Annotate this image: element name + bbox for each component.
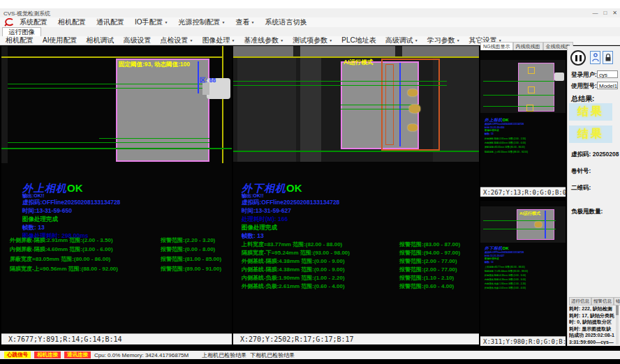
tab-alarm-info[interactable]: 报警信息 <box>591 297 614 305</box>
maximize-button[interactable]: □ <box>603 8 607 17</box>
yellow-reference-line-vertical <box>222 46 223 163</box>
alarm-range-text: 报警范围:(2.20 - 3.20) <box>161 236 215 244</box>
pixel-coordinate-text: X:267;Y:13;R:0;G:0;B:0 <box>483 189 566 196</box>
threshold-overlay-text: AI运行模式 <box>519 211 540 217</box>
green-measure-line <box>483 106 554 107</box>
ng-preview-bottom[interactable]: AI运行模式 外下相机OK 虚拟码:OFFline202502081331347… <box>480 201 566 336</box>
elapsed-text: 处理耗时(M): 166 <box>242 215 288 224</box>
tool-ai-usage-config[interactable]: AI使用配置 <box>43 36 77 45</box>
preview-top-coordinate-bar: X:267;Y:13;R:0;G:0;B:0 <box>480 187 566 197</box>
left-camera-view[interactable]: 固定阈值:93, 动态阈值:100 区: 88 外上相机OK 输出:OK!! 虚… <box>1 46 232 333</box>
tool-camera-debug[interactable]: 相机调试 <box>86 36 114 45</box>
pixel-coordinate-text: X:270;Y:2502;R:17;G:17;B:17 <box>240 335 354 343</box>
chevron-down-icon: ▼ <box>189 38 193 43</box>
preview-text-mini: 外下相机OK 虚拟码:OFFline20250208133134728 时间:1… <box>485 245 566 291</box>
minimize-button[interactable]: — <box>592 8 598 17</box>
tab-inner-defect[interactable]: 内残痕残图 <box>513 42 543 50</box>
lock-button[interactable] <box>603 51 613 64</box>
log-scrollbar[interactable] <box>616 305 619 344</box>
machine-top-rail <box>233 46 479 57</box>
time-text: 时间:13-31-59-627 <box>242 207 291 215</box>
tool-learning-params[interactable]: 学习参数▼ <box>427 36 460 45</box>
window-title: CVS-视觉检测系统 <box>3 10 50 17</box>
green-measure-line <box>233 85 447 86</box>
cpu-memory-text: Cpu: 0.0% Memory: 3424.41796875M <box>94 352 189 358</box>
yellow-reference-line <box>1 56 223 58</box>
window-controls: — □ ✕ <box>592 8 617 17</box>
menu-system-config[interactable]: 系统配置 <box>20 17 47 27</box>
scrollbar-thumb[interactable] <box>616 305 619 315</box>
measurement-text: 内侧基线-隔膜:4.38mm 范围:(0.00 - 9.00) <box>242 266 345 273</box>
tool-spot-check[interactable]: 点检设置▼ <box>160 36 193 45</box>
status-bar: 心跳信号 相机连接 通讯连接 Cpu: 0.0% Memory: 3424.41… <box>0 351 620 359</box>
menu-view[interactable]: 查看▼ <box>235 17 254 27</box>
tool-plc-address[interactable]: PLC地址表 <box>341 36 376 45</box>
chevron-down-icon: ▼ <box>329 38 332 43</box>
menu-io-config[interactable]: IO手配置▼ <box>135 17 168 27</box>
process-done-text: 图像处理完成 <box>242 224 277 232</box>
preview-text-mini: 外上相机OK 虚拟码:OFFline20250208133134728 时间:1… <box>485 117 566 153</box>
defect-marker-box <box>528 86 535 93</box>
time-text: 时间:13-31-59-650 <box>22 207 72 215</box>
info-tab-strip: 运行信息 报警信息 错误信息 <box>569 297 620 305</box>
tab-ng-image[interactable]: NG残图显示 <box>480 42 513 50</box>
defect-marker-box <box>526 105 533 112</box>
green-measure-line <box>99 138 209 139</box>
frame-count-text: 帧数: 13 <box>22 224 45 232</box>
tab-run-info[interactable]: 运行信息 <box>569 297 591 305</box>
rail-gap <box>395 46 402 57</box>
comm-connection-badge: 通讯连接 <box>64 351 91 358</box>
tool-image-processing[interactable]: 图像处理▼ <box>202 36 235 45</box>
preview-tab-strip: NG残图显示 内残痕残图 金残痕残图 <box>480 42 567 50</box>
green-measure-line <box>233 151 479 152</box>
login-user-field[interactable]: cys <box>597 70 618 78</box>
tab-error-info[interactable]: 错误信息 <box>614 297 620 305</box>
chevron-down-icon: ▼ <box>280 38 283 43</box>
measurement-text: 隔膜宽度-上=90.56mm 范围:(88.00 - 92.00) <box>10 265 118 273</box>
lower-camera-result-text: 下相机已检验结果 <box>250 351 295 359</box>
menu-bar: 系统配置 相机配置 通讯配置 IO手配置▼ 光源控制配置▼ 查看▼ 系统语言切换 <box>0 17 620 28</box>
result-display-lower: 结果 <box>569 126 612 143</box>
menu-light-control[interactable]: 光源控制配置▼ <box>179 17 226 27</box>
pause-button[interactable] <box>570 50 586 66</box>
alarm-range-text: 报警范围:(0.60 - 4.00) <box>399 282 454 290</box>
app-logo-icon <box>4 18 14 26</box>
alarm-range-text: 报警范围:(94.00 - 97.00) <box>399 249 460 257</box>
user-lock-button[interactable] <box>590 51 600 64</box>
ng-preview-top[interactable]: 外上相机OK 虚拟码:OFFline20250208133134728 时间:1… <box>480 50 566 187</box>
negative-discard-label: 负极甩数量: <box>571 208 603 216</box>
measurement-text: 屏蔽宽度=83.05mm 范围:(80.00 - 86.00) <box>10 255 110 263</box>
measurement-text: 外侧基线-负极:2.61mm 范围:(0.60 - 4.00) <box>242 282 345 290</box>
log-panel[interactable]: 耗时: 222, 缺陷检测耗时: 17, 缺陷分类耗时: 0, 缺陷提取分区耗时… <box>569 305 615 344</box>
process-done-text: 图像处理完成 <box>22 215 58 224</box>
connector-part <box>554 73 564 81</box>
alarm-range-text: 报警范围:(2.00 - 77.00) <box>399 266 457 273</box>
virtual-code-text: 虚拟码:OFFline20250208133134728 <box>242 199 339 207</box>
model-field[interactable]: Model1 <box>597 82 618 89</box>
menu-camera-config[interactable]: 相机配置 <box>58 17 86 27</box>
measurement-text: 上料宽度=83.77mm 范围:(82.00 - 88.00) <box>242 241 342 248</box>
weld-spot <box>408 124 418 131</box>
measurement-text: 隔膜宽度-下=95.24mm 范围:(93.00 - 98.00) <box>242 249 350 257</box>
menu-language-switch[interactable]: 系统语言切换 <box>265 17 307 27</box>
upper-camera-result-text: 上相机已检验结果 <box>202 351 246 359</box>
weld-spot <box>535 222 542 227</box>
lower-camera-view[interactable]: AI运行模式 外下相机OK 输出:OK!! 虚拟码:OFFline2025020… <box>233 46 479 333</box>
tool-advanced-settings[interactable]: 高级设置 <box>123 36 151 45</box>
close-button[interactable]: ✕ <box>612 8 617 17</box>
log-text: 耗时: 222, 缺陷检测耗时: 17, 缺陷分类耗时: 0, 缺陷提取分区耗时… <box>569 305 615 344</box>
machine-edge <box>1 46 8 163</box>
green-measure-line <box>8 142 209 143</box>
green-measure-line <box>233 81 447 82</box>
tool-advanced-debug[interactable]: 高级调试▼ <box>385 36 418 45</box>
menu-comm-config[interactable]: 通讯配置 <box>96 17 124 27</box>
tool-test-params[interactable]: 测试项参数▼ <box>293 36 332 45</box>
alarm-range-text: 报警范围:(83.00 - 87.00) <box>399 241 460 248</box>
login-user-label: 登录用户: <box>571 71 597 79</box>
tool-camera-config[interactable]: 相机配置 <box>6 36 34 45</box>
tool-baseline-params[interactable]: 基准线参数▼ <box>244 36 283 45</box>
chevron-down-icon: ▼ <box>415 38 418 43</box>
ai-mode-overlay-text: AI运行模式 <box>344 59 374 67</box>
green-measure-line <box>8 88 209 89</box>
chevron-down-icon: ▼ <box>231 38 235 43</box>
